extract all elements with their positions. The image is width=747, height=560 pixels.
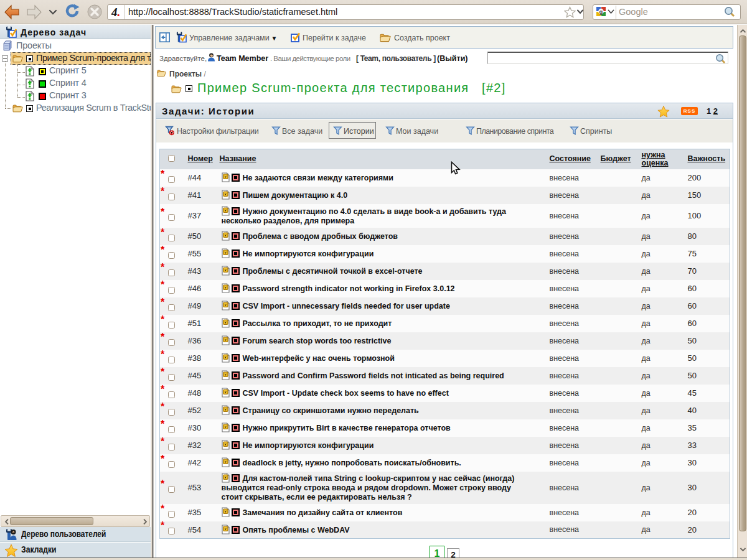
svg-text:g: g: [599, 8, 603, 15]
